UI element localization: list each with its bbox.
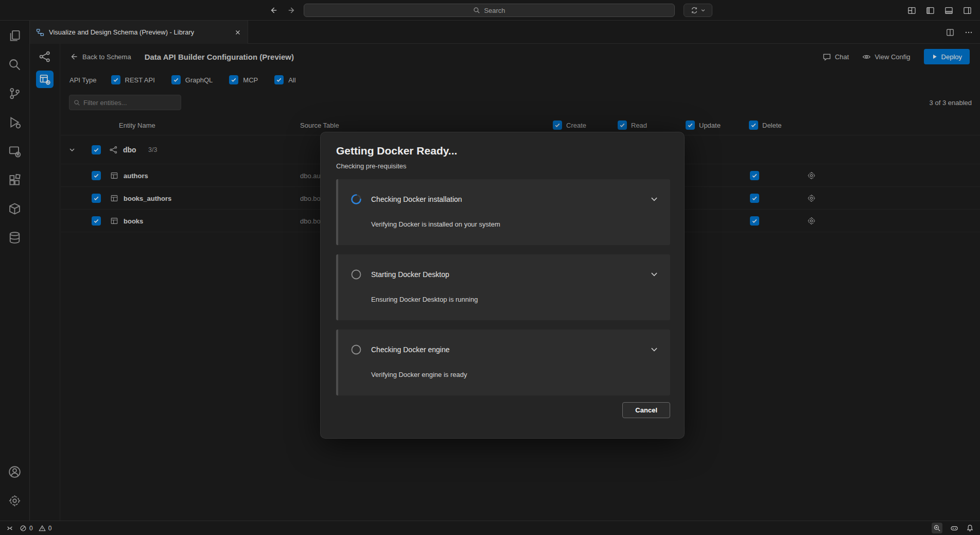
toggle-secondary-sidebar-icon[interactable]: [963, 6, 972, 15]
cancel-button[interactable]: Cancel: [622, 402, 670, 418]
step-description: Ensuring Docker Desktop is running: [371, 296, 659, 303]
sync-icon: [691, 7, 698, 14]
search-icon: [473, 7, 480, 14]
title-bar: Search: [0, 0, 980, 21]
package-cube-icon[interactable]: [3, 197, 27, 220]
step-docker-desktop[interactable]: Starting Docker Desktop Ensuring Docker …: [336, 254, 670, 320]
errors-status[interactable]: 0 0: [20, 525, 51, 532]
status-bar-right: [932, 523, 974, 533]
source-control-icon[interactable]: [3, 81, 27, 105]
chevron-down-icon[interactable]: [650, 195, 659, 204]
toggle-panel-icon[interactable]: [944, 6, 953, 15]
spinner-icon: [351, 194, 362, 205]
pending-circle-icon: [351, 344, 362, 355]
tab-label: Visualize and Design Schema (Preview) - …: [49, 28, 194, 36]
bell-icon[interactable]: [966, 524, 974, 532]
close-icon[interactable]: [234, 29, 241, 36]
step-docker-engine[interactable]: Checking Docker engine Verifying Docker …: [336, 330, 670, 395]
chevron-down-icon[interactable]: [650, 270, 659, 279]
database-projects-icon[interactable]: [3, 226, 27, 249]
explorer-icon[interactable]: [3, 24, 27, 47]
command-center-search[interactable]: Search: [304, 4, 675, 17]
forward-arrow-icon[interactable]: [287, 6, 296, 15]
status-bar: 0 0: [0, 521, 980, 535]
more-actions-icon[interactable]: [965, 28, 973, 37]
chevron-down-icon[interactable]: [650, 345, 659, 354]
sql-server-connections-icon[interactable]: [3, 139, 27, 163]
search-placeholder-text: Search: [484, 7, 505, 14]
editor-tab-bar: Visualize and Design Schema (Preview) - …: [30, 21, 980, 44]
warning-count: 0: [48, 525, 52, 532]
accounts-icon[interactable]: [3, 460, 27, 484]
step-description: Verifying Docker is installed on your sy…: [371, 220, 659, 228]
editor-actions: [946, 21, 973, 44]
activity-bar: [0, 21, 30, 521]
warning-icon: [39, 525, 46, 532]
chevron-down-icon: [701, 8, 706, 13]
search-history-dropdown[interactable]: [684, 4, 712, 17]
copilot-icon[interactable]: [950, 524, 958, 532]
error-icon: [20, 525, 27, 532]
split-editor-icon[interactable]: [946, 28, 954, 37]
step-title: Checking Docker installation: [371, 195, 462, 203]
search-sidebar-icon[interactable]: [3, 53, 27, 76]
run-debug-icon[interactable]: [3, 110, 27, 134]
vscode-window: Search: [0, 0, 980, 535]
docker-ready-dialog: Getting Docker Ready... Checking pre-req…: [320, 132, 685, 439]
zoom-icon[interactable]: [932, 523, 942, 533]
customize-layout-icon[interactable]: [907, 6, 916, 15]
step-description: Verifying Docker engine is ready: [371, 371, 659, 378]
extensions-icon[interactable]: [3, 168, 27, 192]
tab-visualize-schema[interactable]: Visualize and Design Schema (Preview) - …: [30, 21, 248, 44]
step-title: Starting Docker Desktop: [371, 270, 449, 279]
settings-gear-icon[interactable]: [3, 489, 27, 512]
back-arrow-icon[interactable]: [269, 6, 278, 15]
step-title: Checking Docker engine: [371, 346, 450, 354]
layout-controls: [907, 0, 972, 21]
dialog-title: Getting Docker Ready...: [336, 145, 670, 157]
history-nav: [269, 0, 296, 21]
pending-circle-icon: [351, 269, 362, 280]
toggle-primary-sidebar-icon[interactable]: [926, 6, 935, 15]
schema-designer-icon: [36, 28, 44, 37]
dialog-subtitle: Checking pre-requisites: [336, 162, 670, 170]
remote-indicator[interactable]: [6, 525, 13, 532]
step-docker-installation[interactable]: Checking Docker installation Verifying D…: [336, 179, 670, 245]
error-count: 0: [29, 525, 33, 532]
